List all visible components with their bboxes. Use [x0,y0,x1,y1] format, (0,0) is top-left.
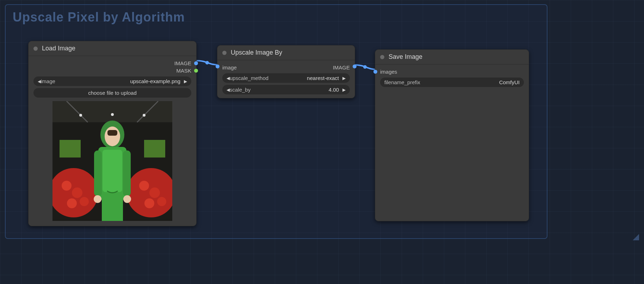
svg-point-8 [143,114,145,117]
svg-rect-30 [102,196,123,221]
output-port-image[interactable]: IMAGE [333,64,350,70]
node-title: Save Image [389,53,422,61]
svg-point-16 [149,187,160,198]
svg-point-14 [80,197,89,206]
svg-point-11 [62,181,72,191]
svg-point-18 [157,197,166,206]
svg-point-15 [139,181,149,191]
input-port-image[interactable]: image [222,64,237,70]
resize-handle-icon[interactable] [633,234,639,240]
svg-point-22 [105,126,120,146]
group-title: Upscale Pixel by Algorithm [13,10,185,25]
chevron-right-icon[interactable]: ▶ [342,76,346,81]
node-header[interactable]: Upscale Image By [217,45,355,60]
chevron-left-icon[interactable]: ◀ [227,76,230,81]
node-load-image[interactable]: Load Image IMAGE MASK ◀ image upscale-ex… [28,41,197,226]
port-circle-icon[interactable] [194,61,198,65]
port-circle-icon[interactable] [216,64,219,68]
svg-point-6 [79,114,82,117]
svg-point-28 [94,195,101,203]
port-circle-icon[interactable] [194,69,198,73]
svg-rect-23 [107,130,117,136]
node-title: Upscale Image By [231,49,282,56]
output-port-mask[interactable]: MASK [33,67,191,74]
widget-scale-by[interactable]: ◀ scale_by 4.00 ▶ [222,85,350,94]
node-collapse-dot[interactable] [380,55,384,59]
chevron-right-icon[interactable]: ▶ [184,79,187,84]
svg-rect-26 [94,150,102,196]
node-collapse-dot[interactable] [33,47,38,51]
svg-rect-19 [60,140,81,158]
output-port-image[interactable]: IMAGE [33,60,191,67]
port-circle-icon[interactable] [373,70,377,74]
svg-point-17 [144,198,154,208]
image-preview[interactable] [52,101,172,221]
svg-point-12 [72,187,82,198]
input-port-images[interactable]: images [380,68,524,75]
node-header[interactable]: Save Image [375,50,529,64]
upload-button[interactable]: choose file to upload [33,88,191,98]
svg-rect-20 [144,140,165,158]
node-header[interactable]: Load Image [29,41,196,56]
chevron-left-icon[interactable]: ◀ [38,79,41,84]
widget-filename-prefix[interactable]: filename_prefix ComfyUI [380,78,524,87]
node-collapse-dot[interactable] [222,51,227,55]
svg-rect-25 [103,150,122,192]
svg-point-13 [67,198,77,208]
chevron-right-icon[interactable]: ▶ [342,87,346,92]
node-title: Load Image [42,45,75,52]
svg-point-29 [123,195,131,203]
widget-upscale-method[interactable]: ◀ upscale_method nearest-exact ▶ [222,73,350,83]
node-save-image[interactable]: Save Image images filename_prefix ComfyU… [375,49,529,221]
svg-rect-27 [123,150,131,196]
widget-image-selector[interactable]: ◀ image upscale-example.png ▶ [33,76,191,86]
port-circle-icon[interactable] [353,64,357,68]
svg-point-7 [111,113,114,116]
node-upscale-image-by[interactable]: Upscale Image By image IMAGE ◀ upscale_m… [217,45,355,98]
chevron-left-icon[interactable]: ◀ [227,87,230,92]
